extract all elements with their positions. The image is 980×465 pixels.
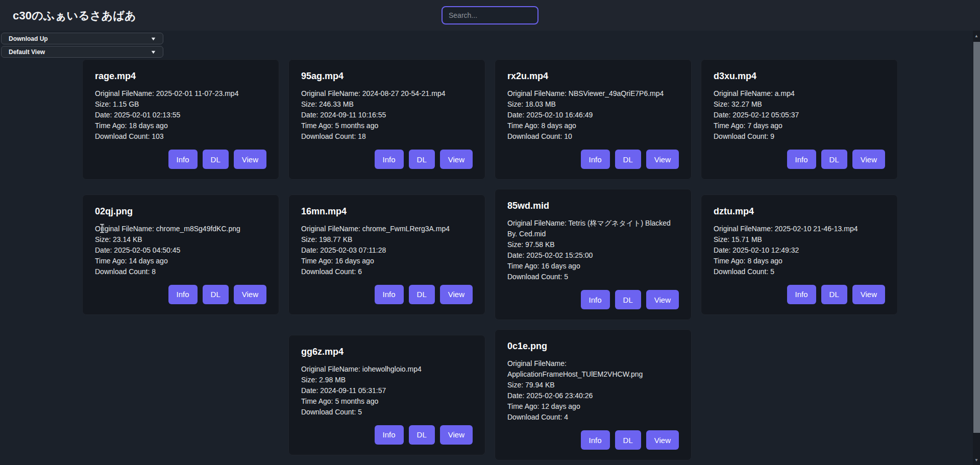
file-card: 85wd.mid Original FileName: Tetris (柊マグネ…: [495, 189, 692, 320]
file-download-count: Download Count: 4: [507, 412, 679, 423]
file-name: 02qj.png: [95, 206, 266, 217]
view-select-value: Default View: [9, 48, 45, 56]
file-name: 0c1e.png: [507, 341, 679, 352]
info-button[interactable]: Info: [375, 425, 404, 445]
dl-button[interactable]: DL: [409, 425, 435, 445]
scrollbar[interactable]: ▲ ▼: [973, 31, 980, 465]
file-date: Date: 2025-02-02 15:25:00: [507, 250, 679, 261]
info-button[interactable]: Info: [375, 150, 404, 169]
info-button[interactable]: Info: [787, 285, 816, 304]
file-time-ago: Time Ago: 5 months ago: [301, 120, 473, 131]
file-download-count: Download Count: 5: [714, 266, 885, 277]
info-button[interactable]: Info: [581, 150, 610, 169]
file-time-ago: Time Ago: 8 days ago: [714, 256, 885, 266]
file-time-ago: Time Ago: 14 days ago: [95, 256, 266, 266]
dl-button[interactable]: DL: [615, 290, 641, 309]
file-name: rx2u.mp4: [507, 71, 679, 82]
dl-button[interactable]: DL: [409, 285, 435, 304]
file-date: Date: 2025-02-05 04:50:45: [95, 245, 266, 256]
view-button[interactable]: View: [646, 150, 679, 169]
dl-button[interactable]: DL: [409, 150, 435, 169]
card-actions: Info DL View: [301, 150, 473, 169]
card-actions: Info DL View: [714, 285, 885, 304]
file-date: Date: 2025-02-10 16:46:49: [507, 110, 679, 120]
file-download-count: Download Count: 9: [714, 131, 885, 142]
file-size: Size: 18.03 MB: [507, 99, 679, 110]
view-button[interactable]: View: [646, 290, 679, 309]
view-button[interactable]: View: [852, 285, 885, 304]
file-time-ago: Time Ago: 8 days ago: [507, 120, 679, 131]
file-size: Size: 1.15 GB: [95, 99, 266, 110]
file-date: Date: 2025-02-12 05:05:37: [714, 110, 885, 120]
file-original-filename: Original FileName: ApplicationFrameHost_…: [507, 358, 679, 380]
dl-button[interactable]: DL: [203, 150, 229, 169]
file-card: rage.mp4 Original FileName: 2025-02-01 1…: [82, 59, 279, 180]
file-time-ago: Time Ago: 5 months ago: [301, 396, 473, 407]
view-button[interactable]: View: [646, 430, 679, 450]
file-size: Size: 15.71 MB: [714, 234, 885, 245]
file-name: 85wd.mid: [507, 201, 679, 211]
scrollbar-up-arrow-icon[interactable]: ▲: [973, 32, 980, 40]
file-card: gg6z.mp4 Original FileName: iohewolhgloi…: [288, 335, 485, 455]
file-size: Size: 32.27 MB: [714, 99, 885, 110]
file-card: dztu.mp4 Original FileName: 2025-02-10 2…: [701, 194, 898, 315]
view-select[interactable]: Default View ▼: [1, 46, 163, 58]
file-card: d3xu.mp4 Original FileName: a.mp4 Size: …: [701, 59, 898, 180]
file-size: Size: 23.14 KB: [95, 234, 266, 245]
card-actions: Info DL View: [714, 150, 885, 169]
info-button[interactable]: Info: [581, 430, 610, 450]
file-original-filename: Original FileName: NBSViewer_49aQriE7P6.…: [507, 88, 679, 99]
view-button[interactable]: View: [440, 285, 473, 304]
file-card: 02qj.png Original FileName: chrome_m8Sg4…: [82, 194, 279, 315]
file-download-count: Download Count: 103: [95, 131, 266, 142]
scrollbar-down-arrow-icon[interactable]: ▼: [973, 456, 980, 464]
file-original-filename: Original FileName: chrome_FwmLRerg3A.mp4: [301, 224, 473, 234]
file-download-count: Download Count: 10: [507, 131, 679, 142]
scrollbar-thumb[interactable]: [973, 42, 980, 433]
search-input[interactable]: [442, 6, 538, 25]
info-button[interactable]: Info: [581, 290, 610, 309]
view-button[interactable]: View: [440, 150, 473, 169]
dl-button[interactable]: DL: [615, 430, 641, 450]
dl-button[interactable]: DL: [203, 285, 229, 304]
file-date: Date: 2024-09-11 05:31:57: [301, 385, 473, 396]
file-time-ago: Time Ago: 16 days ago: [301, 256, 473, 266]
file-card: 0c1e.png Original FileName: ApplicationF…: [495, 329, 692, 460]
card-actions: Info DL View: [95, 285, 266, 304]
file-name: 16mn.mp4: [301, 206, 473, 217]
file-download-count: Download Count: 18: [301, 131, 473, 142]
file-date: Date: 2025-02-06 23:40:26: [507, 390, 679, 401]
file-card: 16mn.mp4 Original FileName: chrome_FwmLR…: [288, 194, 485, 315]
file-original-filename: Original FileName: 2025-02-01 11-07-23.m…: [95, 88, 266, 99]
dl-button[interactable]: DL: [821, 150, 847, 169]
dl-button[interactable]: DL: [615, 150, 641, 169]
view-button[interactable]: View: [234, 150, 266, 169]
file-time-ago: Time Ago: 16 days ago: [507, 261, 679, 272]
sort-select-value: Download Up: [9, 35, 48, 42]
info-button[interactable]: Info: [168, 150, 198, 169]
file-date: Date: 2024-09-11 10:16:55: [301, 110, 473, 120]
file-size: Size: 246.33 MB: [301, 99, 473, 110]
info-button[interactable]: Info: [375, 285, 404, 304]
dl-button[interactable]: DL: [821, 285, 847, 304]
view-button[interactable]: View: [234, 285, 266, 304]
view-button[interactable]: View: [440, 425, 473, 445]
file-card: rx2u.mp4 Original FileName: NBSViewer_49…: [495, 59, 692, 180]
file-original-filename: Original FileName: Tetris (柊マグネタイト) Blac…: [507, 218, 679, 239]
file-original-filename: Original FileName: a.mp4: [714, 88, 885, 99]
info-button[interactable]: Info: [168, 285, 198, 304]
file-original-filename: Original FileName: iohewolhgloio.mp4: [301, 364, 473, 375]
file-card: 95ag.mp4 Original FileName: 2024-08-27 2…: [288, 59, 485, 180]
file-original-filename: Original FileName: 2025-02-10 21-46-13.m…: [714, 224, 885, 234]
chevron-down-icon: ▼: [150, 50, 156, 55]
info-button[interactable]: Info: [787, 150, 816, 169]
file-size: Size: 79.94 KB: [507, 380, 679, 390]
file-time-ago: Time Ago: 18 days ago: [95, 120, 266, 131]
card-actions: Info DL View: [507, 290, 679, 309]
chevron-down-icon: ▼: [150, 36, 156, 41]
file-date: Date: 2025-02-10 12:49:32: [714, 245, 885, 256]
text-cursor-icon: [99, 224, 105, 233]
sort-select[interactable]: Download Up ▼: [1, 33, 163, 44]
view-button[interactable]: View: [852, 150, 885, 169]
file-size: Size: 198.77 KB: [301, 234, 473, 245]
